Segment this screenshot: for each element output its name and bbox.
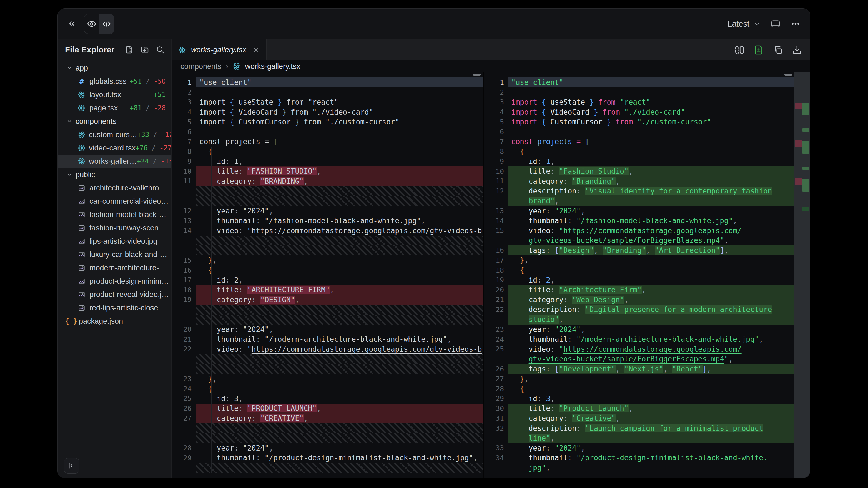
file-name: components: [75, 117, 116, 126]
line-number: 5: [484, 118, 508, 126]
line-number: 14: [172, 227, 196, 234]
line-number: 9: [172, 157, 196, 165]
collapse-sidebar-button[interactable]: [64, 458, 80, 474]
new-folder-button[interactable]: [140, 45, 149, 54]
line-number: 30: [484, 404, 508, 413]
tree-file-lips-artistic-video.jpg[interactable]: lips-artistic-video.jpg: [58, 234, 171, 248]
file-name: fashion-runway-scen…: [89, 224, 166, 232]
code-line: line",: [484, 433, 795, 443]
code-line: 24 {: [172, 384, 483, 394]
close-tab-icon[interactable]: [252, 46, 259, 53]
minimap-addition-mark: [803, 103, 809, 116]
code-line: 6: [172, 127, 483, 137]
line-number: 4: [172, 108, 196, 116]
code-line: 18 title: "ARCHITECTURE FIRM",: [172, 285, 483, 295]
tab-works-gallery[interactable]: works-gallery.tsx: [172, 39, 267, 60]
file-name: car-commercial-video…: [89, 197, 168, 206]
version-dropdown[interactable]: Latest: [727, 20, 761, 29]
tree-indent-guide: [70, 181, 71, 195]
line-number: 2: [172, 88, 196, 96]
breadcrumb-file[interactable]: works-gallery.tsx: [245, 62, 300, 71]
new-file-button[interactable]: [125, 45, 133, 54]
line-number: 18: [484, 266, 508, 274]
code-line: 19 id: 2,: [484, 275, 795, 285]
image-file-icon: [78, 184, 85, 192]
preview-toggle-button[interactable]: [84, 14, 99, 34]
tree-file-red-lips-artistic-close-[interactable]: red-lips-artistic-close…: [58, 301, 171, 315]
line-number: 33: [484, 444, 508, 452]
line-number: 16: [484, 246, 508, 254]
line-number: 32: [484, 424, 508, 432]
code-line: 33 year: "2024",: [484, 443, 795, 453]
diff-filler: [196, 186, 483, 196]
split-view-button[interactable]: [735, 45, 744, 55]
breadcrumb-folder[interactable]: components: [181, 62, 221, 71]
diff-filler: [196, 305, 483, 315]
line-number: 12: [172, 207, 196, 215]
diff-view-button[interactable]: [754, 45, 764, 55]
tree-file-product-reveal-video.j-[interactable]: product-reveal-video.j…: [58, 288, 171, 301]
tree-indent-guide: [70, 288, 71, 301]
diff-filler: [196, 315, 483, 325]
line-number: 18: [172, 286, 196, 294]
download-button[interactable]: [792, 45, 802, 55]
tree-file-custom-curs-[interactable]: custom-curs…+33 / -12: [58, 128, 171, 141]
code-line: [172, 433, 483, 443]
tree-file-works-galler-[interactable]: works-galler…+24 / -13: [58, 155, 171, 168]
code-line: [172, 364, 483, 374]
chevron-right-icon: ›: [226, 62, 228, 71]
tree-file-product-design-minim-[interactable]: product-design-minim…: [58, 274, 171, 288]
line-number: 27: [172, 414, 196, 422]
scrollbar-thumb[interactable]: [784, 73, 792, 75]
eye-icon: [87, 19, 96, 29]
code-line: 17 id: 2,: [172, 275, 483, 285]
code-line: 18 {: [484, 265, 795, 275]
more-options-button[interactable]: [790, 19, 801, 29]
line-number: 7: [484, 138, 508, 146]
line-number: 25: [172, 394, 196, 402]
diff-pane-modified[interactable]: 1"use client"23import { useState } from …: [484, 72, 795, 478]
tree-file-globals.css[interactable]: #globals.css+51 / -50: [58, 75, 171, 88]
layout-panel-button[interactable]: [771, 19, 780, 29]
scrollbar-thumb[interactable]: [473, 73, 480, 75]
code-line: 5import { CustomCursor } from "./custom-…: [172, 117, 483, 127]
view-mode-toggle: [84, 14, 115, 34]
line-number: 14: [484, 217, 508, 225]
tree-file-fashion-runway-scen-[interactable]: fashion-runway-scen…: [58, 221, 171, 234]
tree-folder-app[interactable]: app: [58, 61, 171, 75]
editor-area: works-gallery.tsx components › works-gal…: [172, 39, 810, 478]
code-line: 8 {: [172, 147, 483, 157]
diff-stats: +51: [154, 91, 171, 99]
code-line: 12 description: "Visual identity for a c…: [484, 186, 795, 196]
breadcrumb: components › works-gallery.tsx: [172, 60, 810, 72]
chevron-down-icon: [67, 65, 72, 71]
diff-minimap[interactable]: [794, 72, 810, 478]
tree-file-page.tsx[interactable]: page.tsx+81 / -28: [58, 101, 171, 115]
tree-file-video-card.tsx[interactable]: video-card.tsx+76 / -27: [58, 141, 171, 155]
tree-file-layout.tsx[interactable]: layout.tsx+51: [58, 88, 171, 101]
file-name: product-reveal-video.j…: [89, 290, 169, 299]
line-number: 21: [484, 296, 508, 304]
tree-folder-public[interactable]: public: [58, 168, 171, 181]
diff-pane-original[interactable]: 1"use client"23import { useState } from …: [172, 72, 483, 478]
copy-file-button[interactable]: [773, 45, 783, 55]
chevrons-left-button[interactable]: [67, 19, 76, 29]
tree-file-car-commercial-video-[interactable]: car-commercial-video…: [58, 195, 171, 208]
react-icon: [78, 104, 85, 111]
tree-file-package.json[interactable]: { }package.json: [58, 315, 171, 328]
tree-folder-components[interactable]: components: [58, 115, 171, 128]
react-icon: [78, 144, 85, 152]
line-number: 20: [172, 325, 196, 333]
tree-file-architecture-walkthro-[interactable]: architecture-walkthro…: [58, 181, 171, 195]
react-icon: [233, 62, 241, 70]
image-file-icon: [78, 278, 85, 285]
code-line: [172, 305, 483, 315]
tree-file-modern-architecture-[interactable]: modern-architecture-…: [58, 261, 171, 274]
line-number: 16: [172, 266, 196, 274]
tab-label: works-gallery.tsx: [191, 45, 246, 54]
tree-file-fashion-model-black-[interactable]: fashion-model-black-…: [58, 208, 171, 221]
search-button[interactable]: [156, 45, 165, 54]
tree-file-luxury-car-black-and-[interactable]: luxury-car-black-and-…: [58, 248, 171, 261]
line-number: 24: [172, 385, 196, 393]
code-toggle-button[interactable]: [99, 14, 114, 34]
